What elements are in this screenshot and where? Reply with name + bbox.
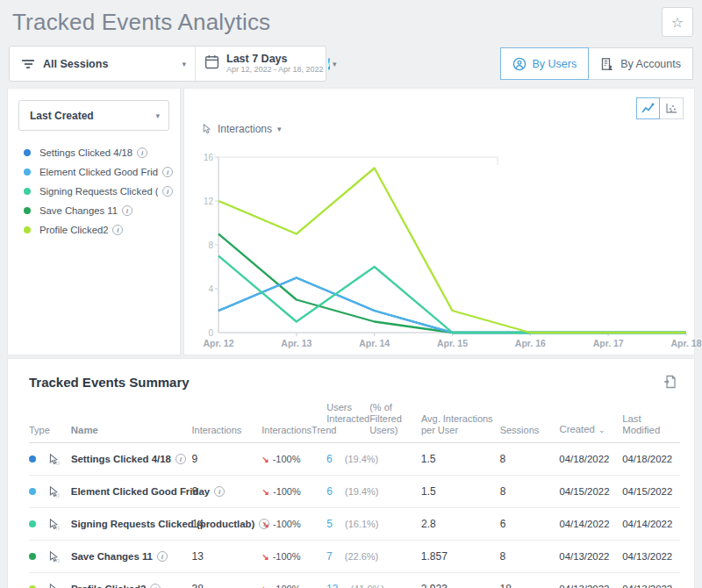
view-mode-toggle: By Users By Accounts (500, 47, 694, 80)
column-header-last[interactable]: LastModified (622, 413, 680, 436)
x-tick-label: Apr. 17 (593, 338, 624, 348)
chevron-down-icon: ▾ (182, 60, 186, 68)
legend-item[interactable]: Settings Clicked 4/18i (24, 143, 173, 162)
modified-date: 04/18/2022 (622, 454, 680, 464)
column-header-name[interactable]: Name (71, 425, 192, 436)
column-header-avg-interactions[interactable]: Avg. Interactionsper User (421, 413, 500, 436)
modified-date: 04/13/2022 (622, 551, 680, 562)
line-chart-toggle[interactable] (636, 97, 660, 119)
type-cell (29, 519, 71, 530)
event-name-link[interactable]: Profile Clicked2i (71, 584, 192, 588)
column-header-text: Name (71, 425, 98, 436)
trend-value: -100% (273, 519, 301, 529)
info-icon[interactable]: i (137, 147, 147, 158)
y-tick-label: 4 (208, 284, 213, 294)
column-header-created[interactable]: Created⌄ (559, 424, 622, 436)
table-row[interactable]: Element Clicked Good Fridayi9↘-100%6(19.… (29, 476, 680, 508)
cursor-icon (48, 551, 60, 563)
users-count-link[interactable]: 13 (326, 583, 338, 588)
scatter-chart-toggle[interactable] (660, 97, 684, 119)
legend-color-dot (24, 169, 31, 176)
event-color-dot (29, 455, 36, 463)
users-cell: 5(16.1%) (326, 518, 421, 530)
info-icon[interactable]: i (176, 454, 186, 464)
legend-color-dot (24, 149, 31, 156)
column-header-interactions[interactable]: Interactions (191, 425, 261, 436)
cursor-icon (202, 124, 212, 134)
table-row[interactable]: Signing Requests Clicked (productlab)i14… (29, 508, 680, 541)
legend-item[interactable]: Signing Requests Clicked (product...i (24, 182, 173, 201)
type-cell (29, 454, 71, 465)
interactions-value: 9 (192, 453, 262, 465)
export-button[interactable] (659, 371, 680, 392)
summary-table-body: Settings Clicked 4/18i9↘-100%6(19.4%)1.5… (29, 443, 680, 588)
chart-panel: Interactions ▾ 0481216 Apr. 12Apr. 13Apr… (183, 88, 695, 355)
by-users-toggle[interactable]: By Users (500, 47, 590, 80)
legend-color-dot (24, 207, 31, 214)
sessions-filter-dropdown[interactable]: All Sessions ▾ (10, 47, 196, 81)
column-header-text: Avg. Interactions (421, 413, 500, 425)
info-icon[interactable]: i (150, 584, 161, 588)
sessions-filter-label: All Sessions (43, 58, 108, 70)
legend-item-label: Signing Requests Clicked (product... (39, 186, 158, 197)
column-header-interactions[interactable]: InteractionsTrend (261, 425, 326, 436)
users-count-link[interactable]: 5 (326, 518, 333, 530)
chart-line-profile-clicked2 (218, 169, 686, 333)
avg-interactions-value: 2.923 (421, 583, 500, 588)
event-name-link[interactable]: Element Clicked Good Fridayi (71, 486, 192, 497)
table-row[interactable]: Save Changes 11i13↘-100%7(22.6%)1.857804… (29, 541, 680, 573)
avg-interactions-value: 1.857 (421, 550, 500, 563)
filter-bar: All Sessions ▾ Last 7 Days Apr 12, 2022 … (9, 46, 326, 82)
info-icon[interactable]: i (122, 205, 133, 216)
metric-dropdown[interactable]: Interactions ▾ (202, 123, 282, 135)
users-cell: 6(19.4%) (326, 453, 421, 465)
legend-item[interactable]: Profile Clicked2i (24, 220, 173, 240)
legend-item[interactable]: Save Changes 11i (24, 201, 173, 220)
trend-down-icon: ↘ (262, 520, 269, 529)
column-header-text: Created (559, 424, 595, 434)
legend-item-label: Settings Clicked 4/18 (39, 147, 133, 158)
x-tick-label: Apr. 16 (515, 338, 546, 348)
line-chart[interactable]: 0481216 Apr. 12Apr. 13Apr. 14Apr. 15Apr.… (218, 157, 686, 333)
column-header-text: Users Interacted (326, 402, 369, 425)
info-icon[interactable]: i (162, 167, 173, 177)
column-header-sessions[interactable]: Sessions (500, 425, 560, 436)
legend-list: Settings Clicked 4/18iElement Clicked Go… (8, 141, 180, 240)
x-tick-label: Apr. 12 (203, 338, 233, 348)
chart-canvas (218, 157, 686, 333)
legend-item[interactable]: Element Clicked Good Fridayi (24, 162, 173, 182)
chart-type-toggle (636, 97, 684, 119)
date-range-dropdown[interactable]: Last 7 Days Apr 12, 2022 - Apr 18, 2022 … (196, 47, 326, 81)
favorite-button[interactable]: ☆ (662, 7, 693, 37)
created-date: 04/14/2022 (559, 519, 622, 529)
event-name-link[interactable]: Signing Requests Clicked (productlab)i (71, 519, 192, 529)
legend-sort-dropdown[interactable]: Last Created ▾ (18, 100, 169, 131)
created-date: 04/13/2022 (559, 551, 622, 562)
column-header-type[interactable]: Type (29, 425, 71, 436)
users-count-link[interactable]: 7 (326, 550, 333, 563)
event-name-link[interactable]: Save Changes 11i (71, 551, 192, 562)
legend-sort-label: Last Created (30, 110, 94, 122)
table-row[interactable]: Settings Clicked 4/18i9↘-100%6(19.4%)1.5… (29, 443, 680, 476)
scatter-chart-icon (665, 103, 678, 114)
info-icon[interactable]: i (157, 551, 168, 562)
trend-down-icon: ↘ (261, 584, 269, 588)
info-icon[interactable]: i (112, 225, 123, 235)
column-header-users-interacted[interactable]: Users Interacted(% of Filtered Users) (326, 402, 421, 436)
legend-item-label: Save Changes 11 (39, 205, 118, 216)
chart-line-element-clicked-good-friday (218, 278, 686, 333)
event-name-link[interactable]: Settings Clicked 4/18i (71, 454, 192, 464)
user-icon (512, 57, 526, 71)
calendar-icon (204, 54, 219, 73)
info-icon[interactable]: i (162, 186, 173, 197)
users-count-link[interactable]: 6 (326, 485, 333, 498)
sessions-value: 8 (500, 453, 560, 465)
legend-panel: Last Created ▾ Settings Clicked 4/18iEle… (7, 88, 181, 355)
sort-down-icon: ⌄ (598, 426, 605, 434)
table-row[interactable]: Profile Clicked2i38↘-100%13(41.9%)2.9231… (29, 573, 680, 588)
info-icon[interactable]: i (328, 58, 331, 70)
created-date: 04/15/2022 (559, 486, 622, 497)
trend-down-icon: ↘ (261, 552, 269, 562)
users-count-link[interactable]: 6 (326, 453, 333, 465)
by-accounts-toggle[interactable]: By Accounts (589, 47, 693, 80)
